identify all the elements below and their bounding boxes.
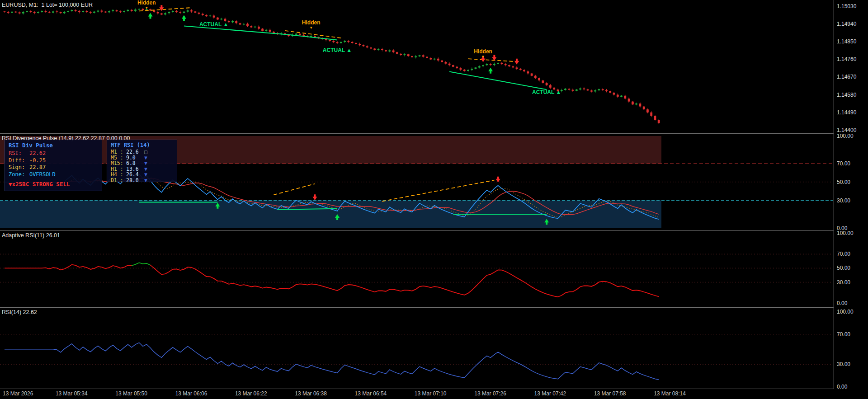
candle-body: [490, 64, 492, 65]
candle-body: [4, 11, 6, 12]
time-axis-label: 13 Mar 05:34: [56, 390, 88, 397]
adaptive-rsi-bear-segment: [151, 265, 659, 297]
candle-body: [190, 10, 193, 11]
candle-body: [486, 64, 488, 66]
price-scale-label: 1.14670: [837, 74, 856, 80]
candle-body: [104, 12, 107, 13]
price-scale-label: 0.00: [837, 300, 847, 306]
candle-body: [239, 23, 241, 24]
price-scale-label: 1.14400: [837, 127, 856, 133]
candle-body: [434, 59, 436, 60]
rsi14-canvas[interactable]: [0, 308, 833, 389]
candle-body: [508, 65, 510, 66]
candle-body: [273, 32, 275, 33]
candle-body: [108, 11, 110, 13]
candle-body: [542, 80, 544, 83]
candle-body: [157, 12, 159, 14]
candle-body: [351, 42, 354, 43]
candle-body: [632, 102, 634, 105]
price-scale-label: 1.15030: [837, 3, 856, 9]
panel-separator[interactable]: [0, 133, 868, 134]
candle-body: [302, 35, 305, 36]
strong-sell-signal: ▼x25BC STRONG SELL: [9, 181, 98, 188]
candle-body: [590, 90, 593, 91]
candle-body: [613, 93, 615, 94]
candle-body: [82, 11, 84, 12]
candle-body: [355, 43, 357, 44]
candle-body: [400, 54, 402, 55]
info-box-title: RSI Div Pulse: [9, 142, 98, 149]
candle-body: [7, 12, 9, 13]
candle-body: [213, 15, 215, 17]
rsi14-line: [5, 343, 659, 380]
diff-value-row: Diff:-0.25: [9, 157, 98, 164]
candle-body: [460, 68, 462, 70]
price-chart-canvas[interactable]: Hidden▼Hidden▼Hidden▼ACTUAL ▲ACTUAL ▲ACT…: [0, 0, 833, 133]
candle-body: [269, 30, 271, 32]
candle-body: [429, 58, 432, 60]
candle-body: [471, 69, 473, 70]
candle-body: [134, 9, 137, 11]
candle-body: [564, 89, 566, 90]
actual-divergence-label: ACTUAL ▲: [199, 21, 228, 28]
time-axis[interactable]: 13 Mar 202613 Mar 05:3413 Mar 05:5013 Ma…: [0, 389, 868, 399]
panel-separator[interactable]: [0, 307, 868, 308]
price-scale-label: 1.14760: [837, 56, 856, 62]
candle-body: [531, 74, 533, 76]
candle-body: [609, 91, 611, 93]
price-scale-label: 1.14850: [837, 38, 856, 45]
hidden-arrow-icon: ▼: [309, 26, 313, 30]
panel-separator[interactable]: [0, 230, 868, 231]
candle-body: [19, 12, 21, 13]
price-scale-label: 1.14580: [837, 92, 856, 98]
mtf-row-d1: D1 :28.0▼: [111, 178, 173, 183]
candles-series: [4, 8, 660, 124]
candle-body: [101, 11, 103, 12]
candle-body: [187, 10, 189, 12]
time-axis-label: 13 Mar 07:42: [534, 390, 566, 397]
hidden-arrow-icon: ▼: [145, 6, 148, 10]
time-axis-label: 13 Mar 08:14: [654, 390, 686, 397]
candle-body: [658, 120, 660, 123]
mtf-rsi-info-box: MTF RSI (14) M1 :22.6□ M5 :9.0▼ M15:6.8▼…: [107, 140, 177, 182]
rsi-hidden-divergence-line: [382, 180, 494, 202]
candle-body: [86, 11, 88, 12]
candle-body: [359, 44, 361, 45]
candle-body: [75, 10, 77, 11]
actual-divergence-label: ACTUAL ▲: [532, 89, 561, 95]
price-scale-label: 100.00: [837, 309, 854, 315]
candle-body: [198, 13, 200, 14]
price-scale-label: 1.14490: [837, 109, 856, 116]
hidden-arrow-icon: ▼: [481, 55, 485, 59]
candle-body: [52, 11, 54, 13]
time-axis-label: 13 Mar 06:22: [235, 390, 267, 397]
indicator-title-adaptive-rsi: Adaptive RSI(11) 26.01: [2, 232, 60, 239]
candle-body: [568, 89, 570, 89]
adaptive-rsi-canvas[interactable]: [0, 231, 833, 307]
candle-body: [437, 59, 439, 61]
candle-body: [153, 10, 155, 12]
time-axis-label: 13 Mar 06:54: [355, 390, 387, 397]
candle-body: [411, 56, 413, 57]
price-scale-label: 30.00: [837, 279, 850, 286]
candle-body: [385, 50, 387, 52]
candle-body: [587, 89, 589, 91]
hidden-divergence-label: Hidden: [302, 19, 321, 26]
candle-body: [605, 90, 608, 91]
candle-body: [261, 29, 264, 31]
candle-body: [160, 14, 163, 15]
price-scale[interactable]: 1.150301.149401.148501.147601.146701.145…: [834, 0, 868, 389]
candle-body: [265, 30, 268, 31]
candle-body: [441, 61, 443, 62]
candle-body: [37, 12, 39, 13]
candle-body: [172, 11, 174, 12]
mtf-box-title: MTF RSI (14): [111, 142, 173, 148]
candle-body: [482, 65, 484, 66]
candle-body: [527, 71, 529, 73]
candle-body: [220, 19, 222, 19]
time-axis-label: 13 Mar 07:26: [474, 390, 506, 397]
candle-body: [639, 103, 642, 107]
candle-body: [598, 89, 600, 90]
candle-body: [452, 65, 454, 67]
candle-body: [381, 49, 383, 50]
